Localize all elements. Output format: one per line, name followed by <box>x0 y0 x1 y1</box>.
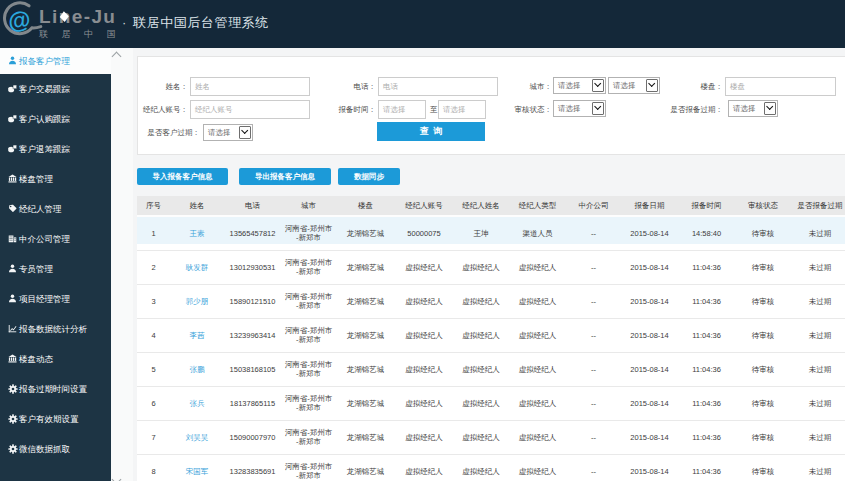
svg-text:@: @ <box>6 6 32 35</box>
